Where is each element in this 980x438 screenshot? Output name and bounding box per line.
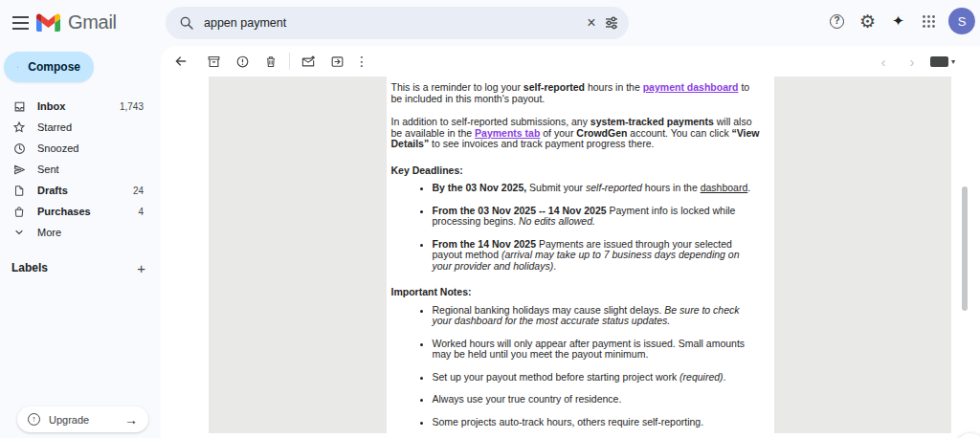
upgrade-icon: ↑ [28, 413, 40, 426]
inbox-icon [10, 100, 29, 113]
notes-list: Regional banking holidays may cause slig… [391, 305, 761, 428]
list-item: Set up your payout method before startin… [433, 372, 761, 383]
upgrade-label: Upgrade [49, 414, 89, 426]
pencil-icon [17, 60, 18, 74]
search-input[interactable] [204, 16, 579, 30]
newer-email-icon[interactable]: ‹ [873, 54, 894, 70]
list-item: Worked hours will only appear after paym… [433, 339, 761, 361]
email-link[interactable]: payment dashboard [643, 81, 739, 93]
sidebar-item-sent[interactable]: Sent [0, 159, 161, 180]
delete-button[interactable] [258, 49, 283, 74]
email-link[interactable]: Payments tab [475, 127, 540, 139]
search-icon[interactable] [179, 15, 194, 31]
report-spam-button[interactable] [230, 49, 255, 74]
gmail-wordmark: Gmail [68, 11, 117, 33]
settings-button[interactable]: ⚙ [855, 9, 880, 34]
email-paragraph: In addition to self-reported submissions… [391, 117, 761, 150]
clock-icon [10, 142, 29, 155]
sidebar-item-inbox[interactable]: Inbox 1,743 [0, 96, 161, 117]
toolbar-divider [289, 53, 290, 70]
list-item: Some projects auto-track hours, others r… [433, 417, 761, 428]
drafts-count: 24 [133, 186, 144, 196]
compose-button[interactable]: Compose [4, 52, 94, 82]
sidebar-item-purchases[interactable]: Purchases 4 [0, 201, 161, 222]
sidebar-item-drafts[interactable]: Drafts 24 [0, 180, 161, 201]
deadlines-heading: Key Deadlines: [391, 165, 761, 177]
main-pane: ⋮ ‹ › ▾ This is a reminder to log your s… [161, 46, 980, 438]
apps-grid-icon [922, 14, 936, 29]
sidebar-item-more[interactable]: More [0, 222, 161, 243]
move-to-button[interactable] [324, 49, 349, 74]
help-icon: ? [830, 14, 844, 29]
email-background: This is a reminder to log your self-repo… [209, 77, 951, 433]
chevron-down-icon [10, 227, 29, 238]
upgrade-button[interactable]: ↑ Upgrade → [17, 406, 148, 432]
sidebar-nav: Inbox 1,743 Starred Snoozed Sent [0, 96, 161, 243]
sidebar-item-starred[interactable]: Starred [0, 117, 161, 138]
gemini-button[interactable]: ✦ [885, 9, 911, 34]
gmail-header: Gmail × ? ⚙ ✦ [0, 0, 980, 46]
gmail-m-icon [36, 13, 60, 32]
star-icon [10, 120, 29, 134]
gemini-star-icon: ✦ [892, 12, 904, 30]
input-tools-button[interactable]: ▾ [930, 56, 955, 67]
search-bar[interactable]: × [166, 7, 629, 39]
email-toolbar: ⋮ ‹ › ▾ [161, 46, 980, 77]
gear-icon: ⚙ [859, 11, 876, 33]
sidebar: Compose Inbox 1,743 Starred Snoozed [0, 46, 161, 438]
list-item: By the 03 Nov 2025, Submit your self-rep… [433, 183, 761, 194]
older-email-icon[interactable]: › [902, 54, 923, 70]
back-button[interactable] [168, 49, 193, 74]
sidebar-item-snoozed[interactable]: Snoozed [0, 138, 161, 159]
side-panel-collapse-button[interactable]: ‹ [955, 433, 980, 438]
labels-title: Labels [11, 261, 48, 274]
labels-section-header: Labels + [0, 256, 161, 279]
help-button[interactable]: ? [824, 9, 850, 34]
clear-search-icon[interactable]: × [579, 14, 604, 32]
gmail-logo: Gmail [36, 11, 117, 33]
account-avatar[interactable]: S [948, 8, 975, 34]
draft-icon [10, 185, 29, 197]
purchases-count: 4 [138, 207, 144, 217]
scrollbar[interactable] [962, 186, 968, 311]
deadlines-list: By the 03 Nov 2025, Submit your self-rep… [391, 183, 761, 272]
archive-button[interactable] [201, 49, 226, 74]
mark-unread-button[interactable] [296, 49, 321, 74]
compose-label: Compose [28, 60, 80, 74]
inbox-count: 1,743 [120, 101, 144, 112]
list-item: From the 14 Nov 2025 Payments are issued… [433, 239, 761, 273]
send-icon [10, 164, 29, 176]
apps-grid-button[interactable] [916, 9, 942, 34]
purchases-icon [10, 206, 29, 218]
keyboard-icon [930, 56, 948, 67]
email-paragraph: This is a reminder to log your self-repo… [391, 82, 761, 104]
email-viewport[interactable]: This is a reminder to log your self-repo… [161, 77, 980, 438]
more-options-icon[interactable]: ⋮ [349, 49, 374, 74]
caret-down-icon: ▾ [951, 57, 955, 66]
list-item: Always use your true country of residenc… [433, 394, 761, 405]
list-item: Regional banking holidays may cause slig… [433, 305, 761, 327]
create-label-icon[interactable]: + [137, 260, 145, 276]
search-options-icon[interactable] [604, 15, 619, 31]
hamburger-menu-icon[interactable] [10, 11, 34, 34]
arrow-right-icon: → [124, 412, 138, 427]
notes-heading: Important Notes: [391, 287, 761, 298]
list-item: From the 03 Nov 2025 -- 14 Nov 2025 Paym… [433, 206, 761, 228]
email-body: This is a reminder to log your self-repo… [387, 77, 774, 433]
